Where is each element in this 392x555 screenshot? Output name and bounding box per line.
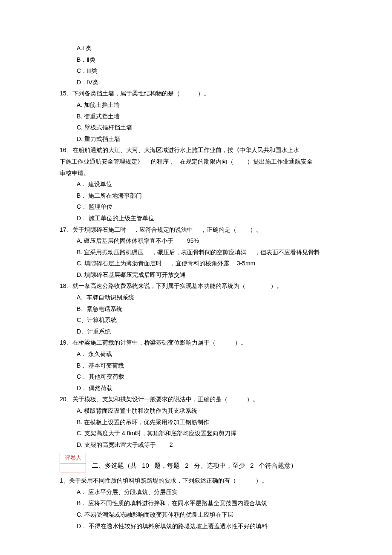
q16-opt-d: D． 施工单位的上级主管单位 xyxy=(60,213,332,224)
grader-label: 评卷人 xyxy=(60,453,86,463)
s2-d: 2 xyxy=(185,462,188,469)
q17-a-a: A. 碾压后基层的固体体积率宜不小于 xyxy=(77,237,173,244)
q20-stem: 20、关于模板、支架和拱架设计一般要求的说法中，正确的是（ ）。 xyxy=(60,394,332,405)
q20-opt-b: B. 在模板上设置的吊环，优先采用冷加工钢筋制作 xyxy=(60,417,332,428)
q16-line3: 审核申请。 xyxy=(60,167,332,179)
s2q1-opt-c: C. 不易受潮湿或冻融影响而改变其体积的优良土应填在下层 xyxy=(60,509,332,520)
q16-opt-a: A． 建设单位 xyxy=(60,178,332,190)
q16-line2b: 的程序， xyxy=(151,158,175,165)
q15-stem: 15、下列备类挡土墙，属于柔性结构物的是（）。 xyxy=(60,88,332,99)
q20-stem-a: 20、关于模板、支架和拱架设计一般要求的说法中，正确的是（ xyxy=(60,396,228,403)
q17-c-a: C. 填隙碎石层上为薄沥青面层时 xyxy=(77,260,162,267)
q15-opt-d: D. 重力式挡土墙 xyxy=(60,133,332,145)
grader-blank xyxy=(60,463,86,472)
q19-opt-b: B． 基本可变荷载 xyxy=(60,360,332,371)
q17-stem-a: 17、关于填隙碎石施工时 xyxy=(60,226,126,233)
q16-line1: 16、在船舶通航的大江、大河、大海区域进行水上施工作业前，按《中华人民共和国水上… xyxy=(60,144,332,156)
q20-opt-d: D. 支架的高宽比宜大于或等于 2 xyxy=(60,439,332,451)
q15-stem-b: ）。 xyxy=(198,90,210,97)
q16-line2: 下施工作业通航安全管理规定》 的程序， 在规定的期限内向（ ）提出施工作业通航安… xyxy=(60,156,332,167)
s2q1-stem-b: ）。 xyxy=(256,477,268,484)
q19-opt-c: C． 其他可变荷载 xyxy=(60,371,332,382)
s2q1-stem-a: 1、关于采用不同性质的填料填筑路堤的要求，下列叙述正确的有（ xyxy=(60,477,236,484)
q18-opt-a: A、车牌自动识别系统 xyxy=(60,292,332,303)
s2-a: 二、多选题（共 xyxy=(92,462,137,469)
q20-d-a: D. 支架的高宽比宜大于或等于 xyxy=(77,441,156,448)
q17-opt-c: C. 填隙碎石层上为薄沥青面层时 ，宜使骨料的棱角外露 3-5mm xyxy=(60,258,332,269)
q18-opt-b: B、紧急电话系统 xyxy=(60,303,332,315)
q15-opt-c: C. 壁板式锚杆挡土墙 xyxy=(60,122,332,133)
q19-stem-b: ）。 xyxy=(235,339,247,346)
q17-opt-d: D. 填隙碎石基层碾压完成后即可开放交通 xyxy=(60,269,332,281)
q17-b-c: ，但表面不应看得见骨料 xyxy=(254,249,320,256)
s2q1-opt-a: A． 应水平分层、分段填筑、分层压实 xyxy=(60,486,332,498)
s2-c: 题，每题 xyxy=(154,462,180,469)
section2-title: 二、多选题（共 10 题，每题 2 分。选项中，至少 2 个符合题意） xyxy=(92,460,297,473)
q15-stem-a: 15、下列备类挡土墙，属于柔性结构物的是（ xyxy=(60,90,180,97)
s2-g: 个符合题意） xyxy=(259,462,297,469)
q17-a-b: 95% xyxy=(187,237,199,244)
q14-opt-b: B．Ⅱ类 xyxy=(60,54,332,66)
q14-opt-a: A.Ⅰ 类 xyxy=(60,43,332,54)
q15-opt-a: A. 加筋土挡土墙 xyxy=(60,99,332,111)
s2q1-opt-b: B． 应将不同性质的填料进行拌和，在同水平层路基全宽范围内混合填筑 xyxy=(60,497,332,509)
q16-line2c: 在规定的期限内向（ xyxy=(180,158,233,165)
q20-stem-b: ）。 xyxy=(247,396,259,403)
q15-opt-b: B. 衡重式挡土墙 xyxy=(60,111,332,122)
q19-stem: 19、在桥梁施工荷载的计算中，桥梁基础变位影响力属于（ ）。 xyxy=(60,337,332,348)
q17-opt-b: B. 宜采用振动压路机碾压 ，碾压后，表面骨料间的空隙应填满 ，但表面不应看得见… xyxy=(60,247,332,258)
q18-opt-d: D、计重系统 xyxy=(60,326,332,337)
section2-header: 评卷人 二、多选题（共 10 题，每题 2 分。选项中，至少 2 个符合题意） xyxy=(60,453,332,472)
s2-b: 10 xyxy=(142,462,149,469)
q19-opt-a: A． 永久荷载 xyxy=(60,348,332,360)
grader-box: 评卷人 xyxy=(60,453,86,472)
q14-opt-d: D．Ⅳ类 xyxy=(60,77,332,88)
q16-opt-c: C． 监理单位 xyxy=(60,201,332,213)
q17-b-b: ，碾压后，表面骨料间的空隙应填满 xyxy=(151,249,247,256)
q18-stem-b: ）。 xyxy=(271,282,282,289)
q19-stem-a: 19、在桥梁施工荷载的计算中，桥梁基础变位影响力属于（ xyxy=(60,339,216,346)
q20-opt-c: C. 支架高度大于 4.8m时，其顶部和底部均应设置竖向剪刀撑 xyxy=(60,428,332,439)
q19-opt-d: D． 偶然荷载 xyxy=(60,382,332,394)
q14-opt-c: C．Ⅲ类 xyxy=(60,65,332,77)
q18-opt-c: C、计算机系统 xyxy=(60,314,332,326)
s2-f: 2 xyxy=(250,462,254,469)
s2-e: 分。选项中，至少 xyxy=(194,462,245,469)
s2q1-opt-d: D． 不得在透水性较好的填料所填筑的路堤边坡上覆盖透水性不好的填料 xyxy=(60,520,332,532)
q18-stem: 18、就一条高速公路收费系统来说，下列属于实现基本功能的系统为（ ）。 xyxy=(60,280,332,292)
q17-stem-b: ，应符合规定的说法中 xyxy=(133,226,193,233)
q18-stem-a: 18、就一条高速公路收费系统来说，下列属于实现基本功能的系统为（ xyxy=(60,282,245,289)
q16-opt-b: B． 施工所在地海事部门 xyxy=(60,190,332,201)
q17-c-b: ，宜使骨料的棱角外露 xyxy=(170,260,229,267)
q16-line2d: ）提出施工作业通航安全 xyxy=(247,158,313,165)
q16-line2a: 下施工作业通航安全管理规定》 xyxy=(60,158,143,165)
q17-c-c: 3-5mm xyxy=(237,260,256,267)
q17-stem-c: ，正确的是（ xyxy=(201,226,236,233)
q17-stem: 17、关于填隙碎石施工时 ，应符合规定的说法中 ，正确的是（ ）。 xyxy=(60,224,332,236)
q17-opt-a: A. 碾压后基层的固体体积率宜不小于 95% xyxy=(60,235,332,247)
q17-stem-d: ）。 xyxy=(250,226,262,233)
q20-d-b: 2 xyxy=(170,441,173,448)
q17-b-a: B. 宜采用振动压路机碾压 xyxy=(77,249,144,256)
q20-opt-a: A. 模版背面应设置主肋和次肋作为其支承系统 xyxy=(60,405,332,417)
s2q1-stem: 1、关于采用不同性质的填料填筑路堤的要求，下列叙述正确的有（ ）。 xyxy=(60,475,332,486)
